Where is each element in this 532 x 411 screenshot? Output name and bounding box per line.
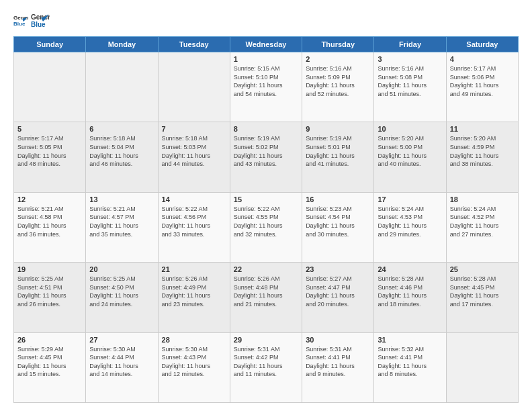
- calendar-cell: 8Sunrise: 5:19 AM Sunset: 5:02 PM Daylig…: [230, 122, 302, 192]
- day-info: Sunrise: 5:27 AM Sunset: 4:47 PM Dayligh…: [306, 275, 370, 308]
- calendar-cell: 31Sunrise: 5:32 AM Sunset: 4:41 PM Dayli…: [374, 332, 446, 402]
- calendar-cell: 7Sunrise: 5:18 AM Sunset: 5:03 PM Daylig…: [158, 122, 230, 192]
- calendar-cell: 30Sunrise: 5:31 AM Sunset: 4:41 PM Dayli…: [302, 332, 374, 402]
- day-number: 16: [306, 195, 370, 203]
- day-info: Sunrise: 5:30 AM Sunset: 4:43 PM Dayligh…: [162, 345, 226, 379]
- calendar-cell: 20Sunrise: 5:25 AM Sunset: 4:50 PM Dayli…: [86, 263, 158, 332]
- calendar-cell: 16Sunrise: 5:23 AM Sunset: 4:54 PM Dayli…: [302, 192, 374, 262]
- day-info: Sunrise: 5:25 AM Sunset: 4:50 PM Dayligh…: [89, 275, 154, 308]
- calendar-cell: [14, 52, 86, 122]
- day-info: Sunrise: 5:20 AM Sunset: 5:00 PM Dayligh…: [378, 134, 442, 168]
- logo-icon: General Blue: [13, 13, 28, 28]
- calendar-week-row: 5Sunrise: 5:17 AM Sunset: 5:05 PM Daylig…: [14, 122, 519, 192]
- day-info: Sunrise: 5:22 AM Sunset: 4:56 PM Dayligh…: [162, 205, 226, 238]
- day-info: Sunrise: 5:32 AM Sunset: 4:41 PM Dayligh…: [378, 345, 442, 379]
- calendar-cell: 5Sunrise: 5:17 AM Sunset: 5:05 PM Daylig…: [14, 122, 86, 192]
- header: General Blue General Blue: [13, 11, 519, 30]
- day-info: Sunrise: 5:16 AM Sunset: 5:09 PM Dayligh…: [306, 64, 370, 98]
- calendar-cell: 25Sunrise: 5:28 AM Sunset: 4:45 PM Dayli…: [446, 263, 518, 332]
- day-of-week-header: Sunday: [14, 37, 86, 52]
- day-number: 29: [234, 336, 298, 344]
- day-info: Sunrise: 5:21 AM Sunset: 4:57 PM Dayligh…: [89, 205, 154, 238]
- calendar-cell: 24Sunrise: 5:28 AM Sunset: 4:46 PM Dayli…: [374, 263, 446, 332]
- day-number: 11: [450, 125, 515, 133]
- day-info: Sunrise: 5:17 AM Sunset: 5:06 PM Dayligh…: [450, 64, 515, 98]
- calendar-cell: 13Sunrise: 5:21 AM Sunset: 4:57 PM Dayli…: [86, 192, 158, 262]
- day-of-week-header: Thursday: [302, 37, 374, 52]
- calendar-cell: 22Sunrise: 5:26 AM Sunset: 4:48 PM Dayli…: [230, 263, 302, 332]
- page: General Blue General Blue Sunda: [0, 0, 532, 411]
- day-number: 9: [306, 125, 370, 133]
- calendar-week-row: 26Sunrise: 5:29 AM Sunset: 4:45 PM Dayli…: [14, 332, 519, 402]
- day-number: 4: [450, 55, 515, 63]
- day-of-week-header: Friday: [374, 37, 446, 52]
- calendar-cell: 18Sunrise: 5:24 AM Sunset: 4:52 PM Dayli…: [446, 192, 518, 262]
- day-info: Sunrise: 5:21 AM Sunset: 4:58 PM Dayligh…: [17, 205, 82, 238]
- day-number: 19: [17, 265, 82, 273]
- day-number: 21: [162, 265, 226, 273]
- calendar-week-row: 12Sunrise: 5:21 AM Sunset: 4:58 PM Dayli…: [14, 192, 519, 262]
- calendar-cell: 26Sunrise: 5:29 AM Sunset: 4:45 PM Dayli…: [14, 332, 86, 402]
- day-number: 18: [450, 195, 515, 203]
- calendar-cell: 1Sunrise: 5:15 AM Sunset: 5:10 PM Daylig…: [230, 52, 302, 122]
- day-number: 24: [378, 265, 442, 273]
- day-info: Sunrise: 5:24 AM Sunset: 4:52 PM Dayligh…: [450, 205, 515, 238]
- calendar-cell: 23Sunrise: 5:27 AM Sunset: 4:47 PM Dayli…: [302, 263, 374, 332]
- day-number: 14: [162, 195, 226, 203]
- calendar-cell: 10Sunrise: 5:20 AM Sunset: 5:00 PM Dayli…: [374, 122, 446, 192]
- day-of-week-header: Wednesday: [230, 37, 302, 52]
- day-number: 28: [162, 336, 226, 344]
- calendar-cell: 12Sunrise: 5:21 AM Sunset: 4:58 PM Dayli…: [14, 192, 86, 262]
- day-number: 31: [378, 336, 442, 344]
- day-info: Sunrise: 5:23 AM Sunset: 4:54 PM Dayligh…: [306, 205, 370, 238]
- day-info: Sunrise: 5:28 AM Sunset: 4:45 PM Dayligh…: [450, 275, 515, 308]
- calendar-cell: 27Sunrise: 5:30 AM Sunset: 4:44 PM Dayli…: [86, 332, 158, 402]
- calendar-cell: 4Sunrise: 5:17 AM Sunset: 5:06 PM Daylig…: [446, 52, 518, 122]
- day-number: 27: [89, 336, 154, 344]
- day-number: 26: [17, 336, 82, 344]
- calendar-cell: 11Sunrise: 5:20 AM Sunset: 4:59 PM Dayli…: [446, 122, 518, 192]
- day-info: Sunrise: 5:24 AM Sunset: 4:53 PM Dayligh…: [378, 205, 442, 238]
- day-number: 23: [306, 265, 370, 273]
- day-info: Sunrise: 5:20 AM Sunset: 4:59 PM Dayligh…: [450, 134, 515, 168]
- day-of-week-header: Monday: [86, 37, 158, 52]
- day-info: Sunrise: 5:22 AM Sunset: 4:55 PM Dayligh…: [234, 205, 298, 238]
- day-number: 10: [378, 125, 442, 133]
- day-info: Sunrise: 5:17 AM Sunset: 5:05 PM Dayligh…: [17, 134, 82, 168]
- day-info: Sunrise: 5:15 AM Sunset: 5:10 PM Dayligh…: [234, 64, 298, 98]
- calendar-table: SundayMondayTuesdayWednesdayThursdayFrid…: [13, 36, 519, 403]
- day-number: 17: [378, 195, 442, 203]
- day-number: 15: [234, 195, 298, 203]
- day-info: Sunrise: 5:31 AM Sunset: 4:42 PM Dayligh…: [234, 345, 298, 379]
- calendar-week-row: 1Sunrise: 5:15 AM Sunset: 5:10 PM Daylig…: [14, 52, 519, 122]
- day-info: Sunrise: 5:18 AM Sunset: 5:04 PM Dayligh…: [89, 134, 154, 168]
- calendar-cell: 9Sunrise: 5:19 AM Sunset: 5:01 PM Daylig…: [302, 122, 374, 192]
- logo-blue-text: Blue: [31, 21, 46, 28]
- day-info: Sunrise: 5:26 AM Sunset: 4:49 PM Dayligh…: [162, 275, 226, 308]
- day-number: 6: [89, 125, 154, 133]
- calendar-cell: 19Sunrise: 5:25 AM Sunset: 4:51 PM Dayli…: [14, 263, 86, 332]
- logo-text: General Blue: [31, 11, 50, 30]
- day-info: Sunrise: 5:18 AM Sunset: 5:03 PM Dayligh…: [162, 134, 226, 168]
- calendar-cell: 21Sunrise: 5:26 AM Sunset: 4:49 PM Dayli…: [158, 263, 230, 332]
- day-info: Sunrise: 5:28 AM Sunset: 4:46 PM Dayligh…: [378, 275, 442, 308]
- calendar-cell: 2Sunrise: 5:16 AM Sunset: 5:09 PM Daylig…: [302, 52, 374, 122]
- calendar-week-row: 19Sunrise: 5:25 AM Sunset: 4:51 PM Dayli…: [14, 263, 519, 332]
- day-number: 2: [306, 55, 370, 63]
- calendar-cell: 17Sunrise: 5:24 AM Sunset: 4:53 PM Dayli…: [374, 192, 446, 262]
- day-info: Sunrise: 5:30 AM Sunset: 4:44 PM Dayligh…: [89, 345, 154, 379]
- day-info: Sunrise: 5:25 AM Sunset: 4:51 PM Dayligh…: [17, 275, 82, 308]
- logo: General Blue General Blue: [13, 11, 50, 30]
- calendar-header-row: SundayMondayTuesdayWednesdayThursdayFrid…: [14, 37, 519, 52]
- calendar-cell: [86, 52, 158, 122]
- day-number: 3: [378, 55, 442, 63]
- day-info: Sunrise: 5:19 AM Sunset: 5:02 PM Dayligh…: [234, 134, 298, 168]
- day-number: 22: [234, 265, 298, 273]
- calendar-cell: [158, 52, 230, 122]
- day-of-week-header: Saturday: [446, 37, 518, 52]
- calendar-cell: 14Sunrise: 5:22 AM Sunset: 4:56 PM Dayli…: [158, 192, 230, 262]
- calendar-cell: 3Sunrise: 5:16 AM Sunset: 5:08 PM Daylig…: [374, 52, 446, 122]
- day-info: Sunrise: 5:31 AM Sunset: 4:41 PM Dayligh…: [306, 345, 370, 379]
- calendar-cell: 29Sunrise: 5:31 AM Sunset: 4:42 PM Dayli…: [230, 332, 302, 402]
- calendar-cell: 28Sunrise: 5:30 AM Sunset: 4:43 PM Dayli…: [158, 332, 230, 402]
